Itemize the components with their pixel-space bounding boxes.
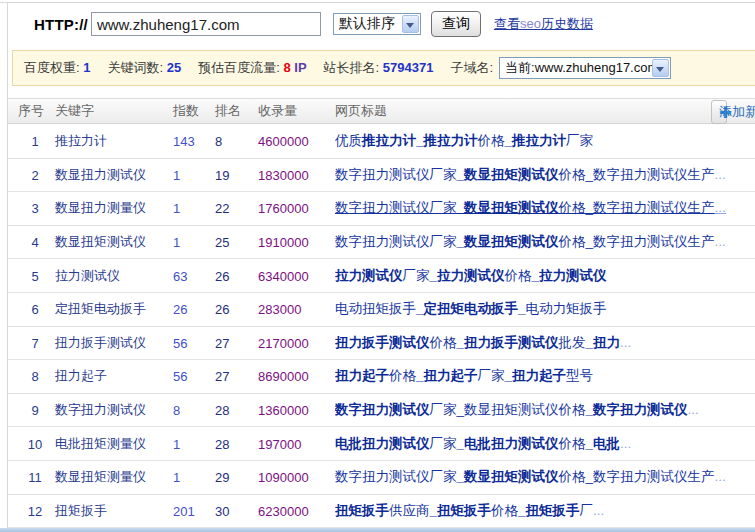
title-segment: _数显扭矩测试仪 (457, 167, 559, 182)
chevron-down-icon (402, 15, 419, 33)
collected-value[interactable]: 1090000 (258, 470, 309, 485)
title-segment: _数字扭力测试仪 (586, 402, 688, 417)
index-value[interactable]: 201 (173, 503, 195, 518)
page-title-link[interactable]: 数字扭力测试仪厂家_数显扭矩测试仪价格_数字扭力测试仪生产... (335, 468, 753, 486)
row-number: 1 (18, 134, 52, 149)
page-title-link[interactable]: 数字扭力测试仪厂家_数显扭矩测试仪价格_数字扭力测试仪生产... (335, 166, 753, 184)
title-segment: 电批扭力测试仪 (335, 436, 430, 451)
title-segment: 厂家 (403, 268, 430, 283)
keyword-link[interactable]: 扭力起子 (55, 367, 107, 385)
keyword-link[interactable]: 推拉力计 (55, 132, 107, 150)
rank-value: 19 (215, 167, 229, 182)
add-keyword-label: 添加新词 (719, 103, 755, 121)
title-segment: 价格 (505, 268, 532, 283)
page-title-link[interactable]: 数字扭力测试仪厂家_数显扭矩测试仪价格_数字扭力测试仪生产... (335, 199, 753, 217)
column-header-index: 指数 (173, 102, 199, 120)
index-value[interactable]: 26 (173, 302, 187, 317)
index-value[interactable]: 1 (173, 470, 180, 485)
page-title-link[interactable]: 数字扭力测试仪厂家_数显扭矩测试仪价格_数字扭力测试仪... (335, 401, 753, 419)
title-segment: 电动力矩扳手 (526, 301, 607, 316)
index-value[interactable]: 143 (173, 134, 195, 149)
page-title-link[interactable]: 拉力测试仪厂家_拉力测试仪价格_拉力测试仪 (335, 267, 753, 285)
title-segment: _电批扭力测试仪 (457, 436, 559, 451)
keyword-link[interactable]: 拉力测试仪 (55, 267, 120, 285)
table-row: 6定扭矩电动扳手2626283000电动扭矩扳手_定扭矩电动扳手_电动力矩扳手 (8, 293, 755, 327)
index-value[interactable]: 1 (173, 235, 180, 250)
keyword-link[interactable]: 定扭矩电动扳手 (55, 300, 146, 318)
rank-value: 26 (215, 302, 229, 317)
title-segment: 型号 (566, 368, 593, 383)
query-button[interactable]: 查询 (431, 11, 481, 37)
column-header-rank: 排名 (215, 102, 241, 120)
collected-value[interactable]: 1760000 (258, 201, 309, 216)
traffic-value: 8 (283, 60, 290, 75)
title-segment: _拉力测试仪 (532, 268, 607, 283)
page-title-link[interactable]: 数字扭力测试仪厂家_数显扭矩测试仪价格_数字扭力测试仪生产... (335, 233, 753, 251)
keyword-link[interactable]: 数显扭矩测试仪 (55, 233, 146, 251)
keyword-link[interactable]: 数显扭力测试仪 (55, 166, 146, 184)
keyword-link[interactable]: 数显扭力测量仪 (55, 199, 146, 217)
keyword-table-body: 1推拉力计14384600000优质推拉力计_推拉力计价格_推拉力计厂家2数显扭… (8, 125, 755, 528)
table-header: 序号 关键字 指数 排名 收录量 网页标题 ✚添加新词 (8, 98, 755, 124)
page-title-link[interactable]: 电批扭力测试仪厂家_电批扭力测试仪价格_电批... (335, 435, 753, 453)
collected-value[interactable]: 6340000 (258, 268, 309, 283)
title-segment: _扭力起子 (505, 368, 567, 383)
table-row: 11数显扭矩测量仪1291090000数字扭力测试仪厂家_数显扭矩测试仪价格_数… (8, 461, 755, 495)
collected-value[interactable]: 8690000 (258, 369, 309, 384)
keyword-link[interactable]: 数显扭矩测量仪 (55, 468, 146, 486)
title-segment: 供应商 (389, 503, 430, 518)
row-number: 6 (18, 302, 52, 317)
collected-value[interactable]: 283000 (258, 302, 301, 317)
title-segment: ... (715, 200, 726, 215)
collected-value[interactable]: 1360000 (258, 403, 309, 418)
page-title-link[interactable]: 扭力扳手测试仪价格_扭力扳手测试仪批发_扭力... (335, 334, 753, 352)
keyword-link[interactable]: 数字扭力测试仪 (55, 401, 146, 419)
collected-value[interactable]: 2170000 (258, 335, 309, 350)
keyword-link[interactable]: 电批扭矩测量仪 (55, 435, 146, 453)
history-link-prefix: 查看 (494, 16, 520, 31)
index-value[interactable]: 1 (173, 201, 180, 216)
title-segment: 价格_数字扭力测试仪生产 (559, 200, 715, 215)
row-number: 3 (18, 201, 52, 216)
index-value[interactable]: 1 (173, 436, 180, 451)
row-number: 2 (18, 167, 52, 182)
add-keyword-button[interactable]: ✚添加新词 (711, 100, 727, 124)
page-title-link[interactable]: 优质推拉力计_推拉力计价格_推拉力计厂家 (335, 132, 753, 150)
page-title-link[interactable]: 扭矩扳手供应商_扭矩扳手价格_扭矩扳手厂... (335, 502, 753, 520)
index-value[interactable]: 56 (173, 335, 187, 350)
url-input[interactable] (91, 12, 321, 36)
table-row: 12扭矩扳手201306230000扭矩扳手供应商_扭矩扳手价格_扭矩扳手厂..… (8, 495, 755, 529)
keyword-link[interactable]: 扭力扳手测试仪 (55, 334, 146, 352)
sort-select[interactable]: 默认排序 (333, 13, 421, 35)
collected-value[interactable]: 197000 (258, 436, 301, 451)
collected-value[interactable]: 6230000 (258, 503, 309, 518)
index-value[interactable]: 1 (173, 167, 180, 182)
title-segment: _电批 (586, 436, 621, 451)
seo-history-link[interactable]: 查看seo历史数据 (494, 15, 593, 33)
row-number: 10 (18, 436, 52, 451)
column-header-page-title: 网页标题 (335, 102, 387, 120)
keyword-link[interactable]: 扭矩扳手 (55, 502, 107, 520)
collected-value[interactable]: 1830000 (258, 167, 309, 182)
page-title-link[interactable]: 扭力起子价格_扭力起子厂家_扭力起子型号 (335, 367, 753, 385)
index-value[interactable]: 56 (173, 369, 187, 384)
bottom-scroll-strip[interactable] (0, 528, 755, 532)
table-row: 3数显扭力测量仪1221760000数字扭力测试仪厂家_数显扭矩测试仪价格_数字… (8, 192, 755, 226)
baidu-weight-value: 1 (83, 60, 90, 75)
row-number: 4 (18, 235, 52, 250)
index-value[interactable]: 63 (173, 268, 187, 283)
index-value[interactable]: 8 (173, 403, 180, 418)
subdomain-select[interactable]: 当前:www.zhuheng17.com (499, 57, 671, 79)
rank-value: 26 (215, 268, 229, 283)
collected-value[interactable]: 4600000 (258, 134, 309, 149)
collected-value[interactable]: 1910000 (258, 235, 309, 250)
page-title-link[interactable]: 电动扭矩扳手_定扭矩电动扳手_电动力矩扳手 (335, 300, 753, 318)
rank-value: 8 (215, 134, 222, 149)
title-segment: _拉力测试仪 (430, 268, 505, 283)
stat-keyword-count: 关键词数: 25 (107, 59, 181, 77)
title-segment: _数显扭矩测试仪 (457, 234, 559, 249)
row-number: 9 (18, 403, 52, 418)
rank-value: 27 (215, 369, 229, 384)
title-segment: _数显扭矩测试仪 (457, 469, 559, 484)
title-segment: 数字扭力测试仪厂家 (335, 469, 457, 484)
